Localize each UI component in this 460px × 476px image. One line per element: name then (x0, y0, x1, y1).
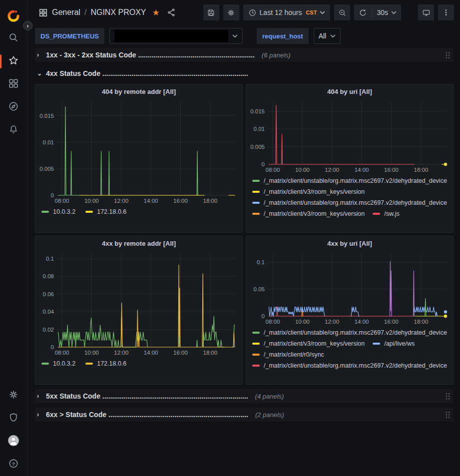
legend-item[interactable]: /_matrix/client/unstable/org.matrix.msc2… (252, 327, 447, 338)
svg-text:16:00: 16:00 (384, 167, 399, 173)
refresh-interval-dropdown[interactable]: 30s (372, 4, 401, 20)
legend-series-label: /_matrix/client/v3/room_keys/version (264, 340, 365, 347)
shield-icon (8, 412, 19, 425)
sidebar-item-search[interactable] (0, 27, 27, 50)
more-options-button[interactable] (438, 4, 454, 20)
legend-series-color (373, 343, 380, 345)
refresh-icon (359, 8, 367, 17)
row-title: 4xx Status Code ........................… (46, 69, 248, 77)
svg-text:16:00: 16:00 (384, 319, 399, 325)
datasource-select[interactable] (109, 28, 243, 44)
svg-text:0.01: 0.01 (43, 139, 54, 145)
request-host-select[interactable]: All (314, 28, 341, 44)
svg-text:0.1: 0.1 (257, 259, 265, 265)
svg-text:10:00: 10:00 (295, 167, 310, 173)
legend-series-label: /_matrix/client/r0/sync (264, 351, 324, 358)
zoom-out-time-button[interactable] (334, 4, 350, 20)
svg-text:12:00: 12:00 (114, 350, 128, 356)
svg-text:16:00: 16:00 (173, 198, 188, 204)
gear-icon (8, 389, 19, 402)
row-header-1xx-3xx-2xx[interactable]: › 1xx - 3xx - 2xx Status Code ..........… (35, 48, 454, 62)
svg-text:0.01: 0.01 (254, 126, 265, 132)
save-dashboard-button[interactable] (203, 4, 219, 20)
svg-text:12:00: 12:00 (325, 167, 339, 173)
breadcrumb-dashboard-title[interactable]: NGINX PROXY (90, 8, 146, 17)
open-menu-button[interactable]: › (23, 21, 32, 30)
row-title: 1xx - 3xx - 2xx Status Code ............… (46, 51, 255, 59)
sidebar-item-alerting[interactable] (0, 119, 27, 142)
legend-item[interactable]: /sw.js (373, 208, 400, 219)
legend-item[interactable]: /_matrix/client/v3/room_keys/version (252, 208, 365, 219)
time-range-picker[interactable]: Last 12 hours CST (243, 4, 331, 20)
legend-item[interactable]: /_matrix/client/unstable/org.matrix.msc2… (252, 360, 447, 371)
legend-item[interactable]: /_matrix/client/r0/sync (252, 349, 324, 360)
svg-text:18:00: 18:00 (203, 350, 218, 356)
legend-series-label: /_matrix/client/v3/room_keys/version (264, 210, 365, 217)
legend-items: 10.0.3.2172.18.0.6 (41, 206, 126, 217)
chevron-down-icon (391, 10, 397, 14)
cycle-view-mode-button[interactable] (418, 4, 434, 20)
row-collapse-chevron-icon: › (37, 51, 42, 58)
svg-text:0: 0 (262, 161, 265, 167)
row-drag-handle[interactable] (445, 51, 452, 59)
legend-item[interactable]: /api/live/ws (373, 338, 415, 349)
panel-title[interactable]: 4xx by uri [All] (246, 236, 453, 250)
sidebar-item-profile[interactable] (0, 430, 27, 453)
panel-grid: 404 by remote addr [All] 08:0010:0012:00… (35, 84, 454, 385)
row-drag-handle[interactable] (445, 411, 452, 419)
panel-404-by-remote-addr: 404 by remote addr [All] 08:0010:0012:00… (35, 84, 243, 233)
legend-item[interactable]: /_matrix/client/unstable/org.matrix.msc2… (252, 175, 447, 186)
chart-legend: /_matrix/client/unstable/org.matrix.msc2… (246, 326, 453, 372)
svg-text:0.005: 0.005 (39, 166, 54, 172)
legend-series-label: /_matrix/client/unstable/org.matrix.msc2… (264, 199, 447, 206)
svg-text:?: ? (12, 461, 15, 467)
legend-series-color (85, 211, 93, 213)
legend-item[interactable]: 172.18.0.6 (85, 206, 126, 217)
star-icon (8, 55, 19, 68)
refresh-button[interactable] (354, 4, 372, 20)
dashboard-settings-button[interactable] (223, 4, 239, 20)
search-icon (8, 32, 19, 45)
timeseries-chart: 08:0010:0012:0014:0016:0018:0000.050.1 (246, 250, 453, 326)
legend-item[interactable]: 172.18.0.6 (85, 358, 126, 369)
panel-title[interactable]: 4xx by remote addr [All] (35, 236, 242, 250)
legend-item[interactable]: /_matrix/client/v3/room_keys/version (252, 338, 365, 349)
legend-item[interactable]: 10.0.3.2 (41, 206, 75, 217)
row-panel-count: (6 panels) (262, 51, 291, 59)
legend-series-label: /_matrix/client/unstable/org.matrix.msc2… (264, 362, 447, 369)
legend-item[interactable]: 10.0.3.2 (41, 358, 75, 369)
share-icon[interactable] (167, 8, 176, 17)
sidebar-item-server-admin[interactable] (0, 407, 27, 430)
monitor-icon (422, 8, 431, 17)
row-panel-count: (2 panels) (255, 411, 284, 419)
row-drag-handle[interactable] (445, 393, 452, 400)
svg-text:14:00: 14:00 (144, 350, 158, 356)
sidebar-item-starred[interactable] (0, 50, 27, 73)
svg-text:16:00: 16:00 (173, 350, 188, 356)
svg-text:10:00: 10:00 (295, 319, 310, 325)
sidebar-item-dashboards[interactable] (0, 73, 27, 96)
svg-text:12:00: 12:00 (325, 319, 339, 325)
panel-title[interactable]: 404 by uri [All] (246, 84, 453, 98)
dashboards-grid-icon (8, 78, 19, 91)
breadcrumb-folder[interactable]: General (52, 8, 80, 17)
svg-text:0: 0 (51, 192, 54, 198)
svg-text:08:00: 08:00 (266, 319, 280, 325)
legend-series-label: 172.18.0.6 (97, 208, 126, 215)
legend-series-color (252, 343, 260, 345)
sidebar-item-help[interactable]: ? (0, 453, 27, 476)
legend-item[interactable]: /_matrix/client/unstable/org.matrix.msc2… (252, 197, 447, 208)
favorite-star-icon[interactable]: ★ (152, 8, 160, 17)
legend-series-color (252, 365, 260, 367)
sidebar-item-explore[interactable] (0, 96, 27, 119)
svg-text:0: 0 (262, 313, 265, 319)
svg-text:18:00: 18:00 (414, 167, 429, 173)
row-header-6xx[interactable]: › 6xx > Status Code ....................… (35, 408, 454, 422)
panel-title[interactable]: 404 by remote addr [All] (35, 84, 242, 98)
svg-text:18:00: 18:00 (203, 198, 218, 204)
legend-item[interactable]: /_matrix/client/v3/room_keys/version (252, 186, 365, 197)
sidebar-item-configuration[interactable] (0, 384, 27, 407)
panel-404-by-uri: 404 by uri [All] 08:0010:0012:0014:0016:… (246, 84, 454, 233)
row-header-4xx[interactable]: ⌄ 4xx Status Code ......................… (35, 66, 454, 80)
row-header-5xx[interactable]: › 5xx Status Code ......................… (35, 389, 454, 403)
